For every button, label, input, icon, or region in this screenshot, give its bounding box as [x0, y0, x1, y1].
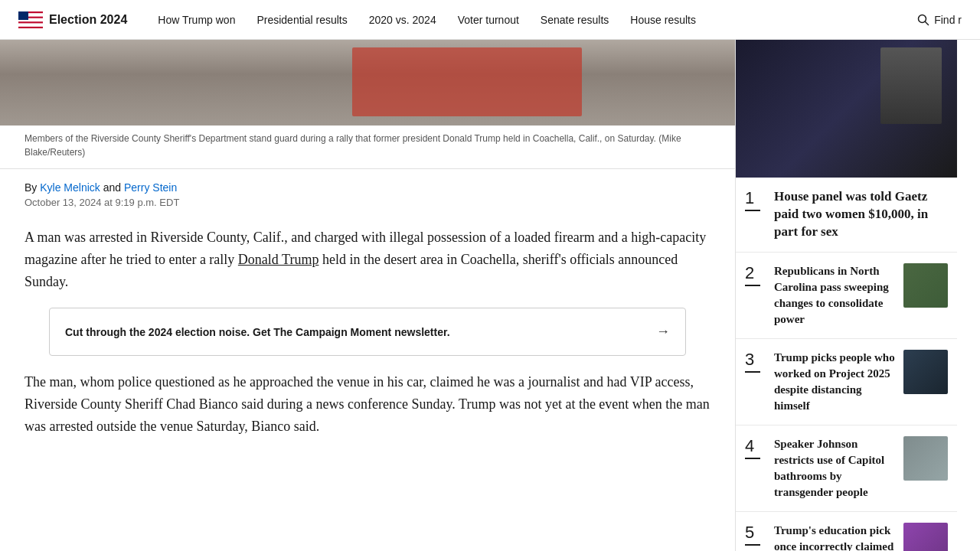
trending-number-2: 2	[745, 263, 766, 286]
trending-thumb-3	[903, 350, 948, 394]
trending-number-3: 3	[745, 350, 766, 373]
trending-title-4: Speaker Johnson restricts use of Capitol…	[774, 436, 896, 500]
paragraph-1: A man was arrested in Riverside County, …	[24, 227, 710, 292]
trending-list: 1 House panel was told Gaetz paid two wo…	[736, 178, 957, 551]
trending-title-3: Trump picks people who worked on Project…	[774, 350, 896, 414]
byline: By Kyle Melnick and Perry Stein	[24, 181, 710, 194]
article-main: Members of the Riverside County Sheriff'…	[0, 40, 735, 551]
site-logo[interactable]: Election 2024	[18, 11, 127, 28]
trending-thumb-2	[903, 263, 948, 308]
svg-rect-4	[18, 21, 43, 23]
search-label: Find r	[934, 14, 962, 26]
article-body: A man was arrested in Riverside County, …	[0, 214, 735, 465]
paragraph-2: The man, whom police questioned as he ap…	[24, 371, 710, 437]
trending-number-1: 1	[745, 188, 766, 211]
trending-item-3[interactable]: 3 Trump picks people who worked on Proje…	[736, 339, 957, 425]
nav-2020-vs-2024[interactable]: 2020 vs. 2024	[369, 14, 436, 26]
article-meta: By Kyle Melnick and Perry Stein October …	[0, 169, 735, 214]
trending-number-4: 4	[745, 436, 766, 459]
image-caption: Members of the Riverside County Sheriff'…	[0, 126, 735, 169]
search-area[interactable]: Find r	[917, 14, 962, 26]
nav-voter-turnout[interactable]: Voter turnout	[458, 14, 519, 26]
header-right: Find r	[917, 14, 962, 26]
nav-senate-results[interactable]: Senate results	[541, 14, 609, 26]
newsletter-cta-box[interactable]: Cut through the 2024 election noise. Get…	[49, 308, 686, 356]
byline-middle: and	[100, 181, 124, 194]
search-icon	[917, 14, 929, 26]
trending-content-5: Trump's education pick once incorrectly …	[774, 523, 896, 551]
author1-link[interactable]: Kyle Melnick	[40, 181, 100, 194]
nav-how-trump-won[interactable]: How Trump won	[158, 14, 235, 26]
trending-thumb-4	[903, 436, 948, 481]
byline-prefix: By	[24, 181, 40, 194]
sidebar-hero-figure	[880, 47, 942, 124]
newsletter-cta-text: Cut through the 2024 election noise. Get…	[65, 324, 450, 341]
trending-sidebar: 1 House panel was told Gaetz paid two wo…	[735, 40, 957, 551]
trump-link[interactable]: Donald Trump	[238, 252, 319, 267]
main-nav: How Trump won Presidential results 2020 …	[158, 14, 917, 26]
trending-content-4: Speaker Johnson restricts use of Capitol…	[774, 436, 896, 500]
trending-item-4[interactable]: 4 Speaker Johnson restricts use of Capit…	[736, 425, 957, 512]
site-header: Election 2024 How Trump won Presidential…	[0, 0, 980, 40]
article-hero-image	[0, 40, 735, 126]
trending-content-2: Republicans in North Carolina pass sweep…	[774, 263, 896, 328]
svg-line-9	[926, 21, 929, 24]
nav-presidential-results[interactable]: Presidential results	[256, 14, 347, 26]
trending-title-1: House panel was told Gaetz paid two wome…	[774, 188, 948, 241]
page-wrapper: Members of the Riverside County Sheriff'…	[0, 40, 980, 551]
svg-rect-5	[18, 24, 43, 25]
svg-rect-7	[18, 11, 28, 20]
trending-item-2[interactable]: 2 Republicans in North Carolina pass swe…	[736, 253, 957, 339]
trending-content-1: House panel was told Gaetz paid two wome…	[774, 188, 948, 241]
article-dateline: October 13, 2024 at 9:19 p.m. EDT	[24, 197, 710, 208]
trending-title-2: Republicans in North Carolina pass sweep…	[774, 263, 896, 328]
newsletter-arrow-icon: →	[656, 321, 670, 343]
trending-title-5: Trump's education pick once incorrectly …	[774, 523, 896, 551]
trending-item-5[interactable]: 5 Trump's education pick once incorrectl…	[736, 512, 957, 551]
logo-text: Election 2024	[49, 13, 127, 27]
trending-thumb-5	[903, 523, 948, 551]
trending-content-3: Trump picks people who worked on Project…	[774, 350, 896, 414]
nav-house-results[interactable]: House results	[630, 14, 696, 26]
trending-item-1[interactable]: 1 House panel was told Gaetz paid two wo…	[736, 178, 957, 253]
logo-flag-icon	[18, 11, 43, 28]
svg-rect-6	[18, 26, 43, 28]
trending-number-5: 5	[745, 523, 766, 546]
hero-red-element	[352, 47, 582, 116]
author2-link[interactable]: Perry Stein	[124, 181, 177, 194]
hero-bg	[0, 40, 735, 126]
sidebar-hero-image	[736, 40, 957, 178]
